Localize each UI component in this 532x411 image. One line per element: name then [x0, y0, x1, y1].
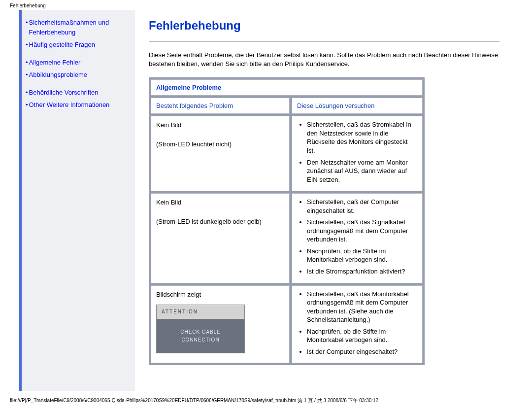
footer-path: file:///P|/P_TranslateFile/C9/2008/6/C90… [10, 397, 378, 404]
problem-line: Kein Bild [156, 120, 284, 131]
bullet-icon: • [26, 100, 28, 110]
column-head-problem: Besteht folgendes Problem [151, 98, 290, 114]
solution-cell: Sicherstellen, daß das Stromkabel in den… [292, 116, 423, 191]
solution-item: Sicherstellen, daß das Signalkabel ordnu… [307, 218, 417, 244]
bullet-icon: • [26, 88, 28, 98]
attention-box: ATTENTION CHECK CABLE CONNECTION [156, 305, 245, 353]
section-title: Allgemeine Probleme [151, 79, 423, 96]
problem-line: Bildschirm zeigt [156, 290, 284, 300]
solution-item: Ist der Computer eingeschaltet? [307, 347, 417, 356]
solution-item: Ist die Stromsparfunktion aktiviert? [307, 267, 417, 276]
problem-line: (Strom-LED ist dunkelgelb oder gelb) [156, 217, 284, 227]
bullet-icon: • [26, 70, 28, 80]
table-row: Kein Bild (Strom-LED leuchtet nicht) Sic… [151, 116, 423, 191]
bullet-icon: • [26, 58, 28, 68]
sidebar-item-regulatory[interactable]: • Behördliche Vorschriften [26, 88, 132, 98]
sidebar-link[interactable]: Other Weitere Informationen [29, 100, 110, 110]
solution-item: Sicherstellen, daß das Monitorkabel ordn… [307, 290, 417, 324]
sidebar-link[interactable]: Sicherheitsmaßnahmen und Fehlerbehebung [29, 18, 132, 37]
table-row: Bildschirm zeigt ATTENTION CHECK CABLE C… [151, 285, 423, 364]
sidebar-item-other-info[interactable]: • Other Weitere Informationen [26, 100, 132, 110]
attention-header: ATTENTION [156, 305, 245, 319]
solution-item: Nachprüfen, ob die Stifte im Monitorkabe… [307, 247, 417, 264]
table-row-column-head: Besteht folgendes Problem Diese Lösungen… [151, 98, 423, 114]
table-row: Kein Bild (Strom-LED ist dunkelgelb oder… [151, 193, 423, 283]
bullet-icon: • [26, 18, 28, 28]
body-wrap: • Sicherheitsmaßnahmen und Fehlerbehebun… [19, 10, 513, 391]
sidebar-link[interactable]: Behördliche Vorschriften [29, 88, 99, 98]
solution-item: Nachprüfen, ob die Stifte im Monitorkabe… [307, 327, 417, 344]
solution-item: Den Netzschalter vorne am Monitor zunäch… [307, 158, 417, 184]
table-row-section-head: Allgemeine Probleme [151, 79, 423, 96]
sidebar-item-image-problems[interactable]: • Abbildungsprobleme [26, 70, 132, 80]
sidebar-link[interactable]: Abbildungsprobleme [29, 70, 88, 80]
solution-cell: Sicherstellen, daß der Computer eingesch… [292, 193, 423, 283]
sidebar-link[interactable]: Häufig gestellte Fragen [29, 40, 95, 50]
sidebar-item-general-errors[interactable]: • Allgemeine Fehler [26, 58, 132, 68]
problem-line: (Strom-LED leuchtet nicht) [156, 139, 284, 150]
sidebar: • Sicherheitsmaßnahmen und Fehlerbehebun… [22, 10, 135, 391]
main-content: Fehlerbehebung Diese Seite enthält Probl… [135, 10, 513, 391]
sidebar-item-safety[interactable]: • Sicherheitsmaßnahmen und Fehlerbehebun… [26, 18, 132, 37]
solution-cell: Sicherstellen, daß das Monitorkabel ordn… [292, 285, 423, 364]
column-head-solution: Diese Lösungen versuchen [292, 98, 423, 114]
problem-cell: Kein Bild (Strom-LED leuchtet nicht) [151, 116, 290, 191]
solution-item: Sicherstellen, daß der Computer eingesch… [307, 198, 417, 215]
problem-line: Kein Bild [156, 198, 284, 208]
divider [149, 41, 499, 42]
bullet-icon: • [26, 40, 28, 50]
problem-cell: Kein Bild (Strom-LED ist dunkelgelb oder… [151, 193, 290, 283]
intro-text: Diese Seite enthält Probleme, die der Be… [149, 51, 499, 68]
sidebar-item-faq[interactable]: • Häufig gestellte Fragen [26, 40, 132, 50]
sidebar-link[interactable]: Allgemeine Fehler [29, 58, 81, 68]
problem-cell: Bildschirm zeigt ATTENTION CHECK CABLE C… [151, 285, 290, 364]
attention-body: CHECK CABLE CONNECTION [156, 319, 245, 353]
problems-table: Allgemeine Probleme Besteht folgendes Pr… [149, 77, 425, 365]
page-title: Fehlerbehebung [149, 19, 499, 33]
solution-item: Sicherstellen, daß das Stromkabel in den… [307, 120, 417, 155]
window-path-title: Fehlerbehebung [10, 3, 46, 8]
